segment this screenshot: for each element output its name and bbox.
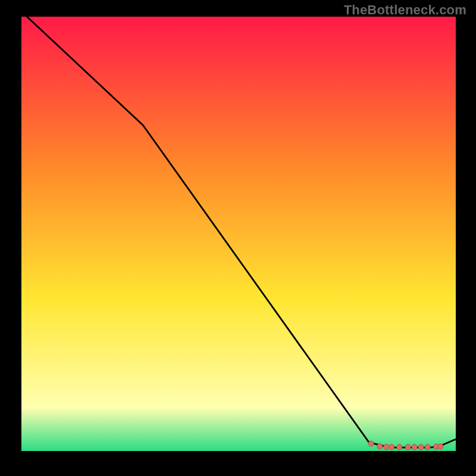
gradient-background [21,17,456,451]
curve-marker [425,444,430,450]
curve-marker [405,444,411,450]
curve-marker [368,441,374,446]
chart-svg [21,17,456,451]
curve-marker [418,444,424,450]
curve-marker [438,444,443,449]
curve-marker [389,444,394,450]
chart-frame: TheBottleneck.com [0,0,476,476]
curve-marker [397,444,402,450]
curve-marker [384,444,389,450]
curve-marker [412,444,417,450]
curve-marker [377,444,383,449]
plot-area [21,17,456,451]
watermark-text: TheBottleneck.com [344,2,466,18]
